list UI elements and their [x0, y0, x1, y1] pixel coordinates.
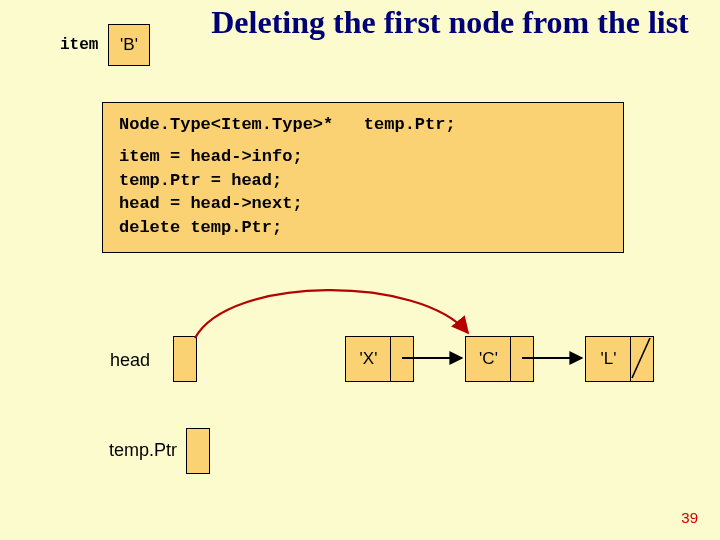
node-l-data: 'L': [585, 336, 632, 382]
code-line-1: item = head->info;: [119, 145, 607, 169]
code-box: Node.Type<Item.Type>* temp.Ptr; item = h…: [102, 102, 624, 253]
node-x-data: 'X': [345, 336, 392, 382]
code-line-4: delete temp.Ptr;: [119, 216, 607, 240]
node-l-next: [630, 336, 654, 382]
head-pointer-box: [173, 336, 197, 382]
node-c-data: 'C': [465, 336, 512, 382]
diagram-arrows: [0, 0, 720, 540]
arrow-head-to-c: [195, 290, 468, 338]
tempptr-pointer-box: [186, 428, 210, 474]
code-declaration: Node.Type<Item.Type>* temp.Ptr;: [119, 113, 607, 137]
slide: Deleting the first node from the list it…: [0, 0, 720, 540]
node-x-next: [390, 336, 414, 382]
tempptr-label: temp.Ptr: [109, 440, 177, 461]
slide-title: Deleting the first node from the list: [190, 5, 710, 40]
code-line-2: temp.Ptr = head;: [119, 169, 607, 193]
node-c-next: [510, 336, 534, 382]
code-line-3: head = head->next;: [119, 192, 607, 216]
page-number: 39: [681, 509, 698, 526]
item-label: item: [60, 36, 98, 54]
head-label: head: [110, 350, 150, 371]
item-value-box: 'B': [108, 24, 150, 66]
